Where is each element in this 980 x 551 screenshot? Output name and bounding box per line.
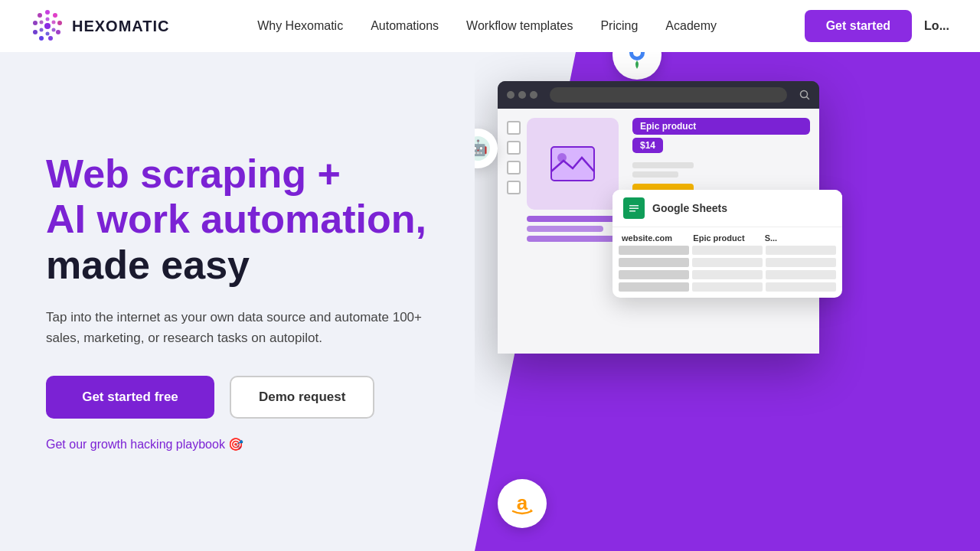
svg-point-12 <box>52 21 56 24</box>
svg-rect-26 <box>629 205 639 207</box>
svg-point-13 <box>52 28 56 32</box>
epic-badge: Epic product <box>632 118 810 135</box>
sheet-col-2: Epic product <box>693 233 761 243</box>
svg-point-9 <box>38 13 42 18</box>
hero-section: Web scraping + AI work automation, made … <box>0 52 980 551</box>
svg-text:a: a <box>517 491 528 514</box>
svg-point-11 <box>46 18 50 21</box>
checkbox-list <box>507 118 521 344</box>
nav-automations[interactable]: Automations <box>371 19 439 33</box>
cell-2-1 <box>619 258 689 267</box>
demo-request-button[interactable]: Demo request <box>230 376 374 419</box>
cell-1-1 <box>619 246 689 255</box>
hero-heading: Web scraping + AI work automation, made … <box>46 152 475 289</box>
product-card <box>527 118 619 210</box>
svg-point-4 <box>56 30 60 34</box>
login-link[interactable]: Lo... <box>924 19 949 33</box>
sheet-row-2 <box>619 258 836 267</box>
browser-search-icon <box>799 90 810 100</box>
browser-dot-1 <box>507 91 514 99</box>
nav-right: Get started Lo... <box>805 10 949 42</box>
sheet-title-label: Google Sheets <box>652 202 727 214</box>
svg-point-10 <box>44 23 51 29</box>
sheet-col-1: website.com <box>622 233 690 243</box>
get-started-button[interactable]: Get started <box>805 10 912 42</box>
logo-text: HEXOMATIC <box>72 18 170 35</box>
checkbox-1[interactable] <box>507 121 521 135</box>
svg-point-3 <box>57 21 62 25</box>
checkbox-3[interactable] <box>507 161 521 174</box>
svg-point-2 <box>53 13 57 18</box>
nav-links: Why Hexomatic Automations Workflow templ… <box>257 19 717 33</box>
spreadsheet-overlay: Google Sheets website.com Epic product S… <box>612 190 842 298</box>
hexomatic-logo-icon <box>31 9 64 43</box>
price-badge: $14 <box>632 138 663 153</box>
svg-point-15 <box>40 28 44 32</box>
nav-workflow-templates[interactable]: Workflow templates <box>466 19 573 33</box>
sheet-table: website.com Epic product S... <box>612 227 842 298</box>
browser-dot-2 <box>518 91 526 99</box>
sheet-row-4 <box>619 282 836 292</box>
hero-buttons: Get started free Demo request <box>46 376 475 419</box>
browser-dot-3 <box>530 91 537 99</box>
sheet-row-1 <box>619 246 836 255</box>
svg-point-16 <box>40 21 44 24</box>
svg-rect-27 <box>629 208 639 210</box>
growth-link[interactable]: Get our growth hacking playbook 🎯 <box>46 437 475 452</box>
svg-point-1 <box>45 10 50 15</box>
sheet-row-3 <box>619 270 836 279</box>
amazon-icon: a <box>498 479 547 528</box>
cell-1-3 <box>766 246 836 255</box>
checkbox-4[interactable] <box>507 181 521 194</box>
cell-3-2 <box>692 270 763 279</box>
svg-point-7 <box>33 30 38 34</box>
nav-pricing[interactable]: Pricing <box>600 19 638 33</box>
browser-url-bar[interactable] <box>550 87 787 103</box>
logo[interactable]: HEXOMATIC <box>31 9 170 43</box>
cell-1-2 <box>692 246 763 255</box>
nav-academy[interactable]: Academy <box>665 19 717 33</box>
hero-subtext: Tap into the internet as your own data s… <box>46 307 444 348</box>
svg-point-8 <box>33 21 38 25</box>
navbar: HEXOMATIC Why Hexomatic Automations Work… <box>0 0 980 52</box>
cell-4-1 <box>619 282 689 292</box>
cell-3-1 <box>619 270 689 279</box>
svg-rect-28 <box>629 210 635 212</box>
sheet-col-headers: website.com Epic product S... <box>619 233 836 243</box>
cell-4-3 <box>766 282 836 292</box>
svg-point-14 <box>46 32 50 36</box>
chatgpt-icon: 🤖 <box>475 129 498 168</box>
browser-dots <box>507 91 537 99</box>
hero-heading-line2: AI work automation, <box>46 197 426 241</box>
checkbox-2[interactable] <box>507 141 521 155</box>
cell-2-3 <box>766 258 836 267</box>
hero-heading-line3: made easy <box>46 243 250 287</box>
product-image-icon <box>548 139 597 188</box>
hero-left: Web scraping + AI work automation, made … <box>0 52 475 551</box>
cell-2-2 <box>692 258 763 267</box>
sheet-rows <box>619 246 836 292</box>
get-started-free-button[interactable]: Get started free <box>46 376 214 419</box>
nav-why-hexomatic[interactable]: Why Hexomatic <box>257 19 343 33</box>
svg-point-5 <box>48 36 53 41</box>
hero-right: Epic product $14 <box>475 52 980 551</box>
google-sheets-icon <box>623 197 645 219</box>
svg-text:🤖: 🤖 <box>475 139 488 157</box>
browser-bar <box>498 81 819 109</box>
cell-4-2 <box>692 282 763 292</box>
cell-3-3 <box>766 270 836 279</box>
sheet-header: Google Sheets <box>612 190 842 227</box>
svg-point-6 <box>39 36 44 41</box>
sheet-col-3: S... <box>765 233 833 243</box>
hero-heading-line1: Web scraping + <box>46 152 341 196</box>
